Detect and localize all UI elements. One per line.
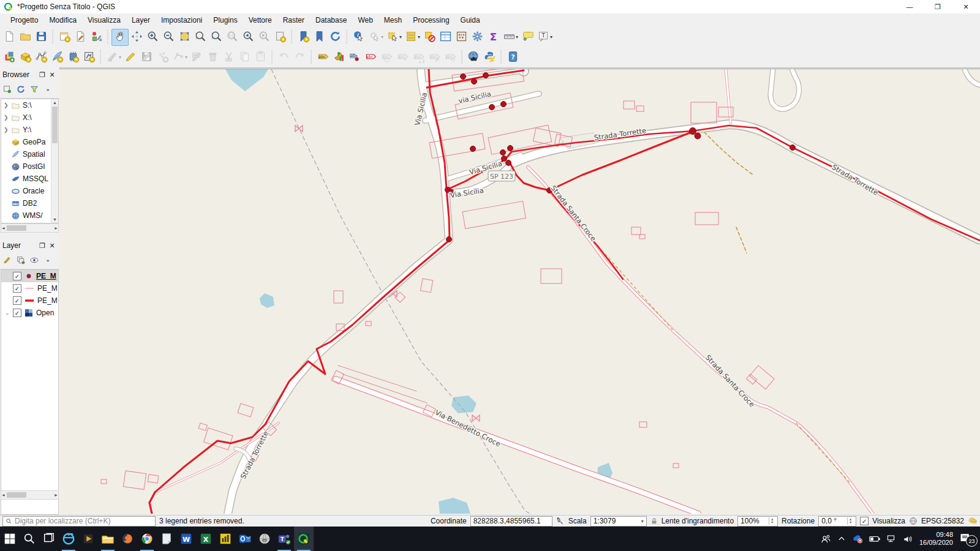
taskbar-task-view-icon[interactable] <box>39 527 59 551</box>
browser-item-s[interactable]: ❯S:\ <box>1 99 58 111</box>
select-by-value-button[interactable] <box>403 29 419 45</box>
scale-combo[interactable]: 1:3079▾ <box>590 516 647 527</box>
tray-chevron-icon[interactable] <box>837 534 846 543</box>
layer-item-1[interactable]: ✓PE_M <box>1 282 58 294</box>
open-project-button[interactable] <box>17 29 33 45</box>
more-icon[interactable]: » <box>43 255 54 266</box>
browser-close-button[interactable]: ✕ <box>47 70 57 80</box>
rotate-label-button[interactable]: abc <box>410 50 426 66</box>
browser-float-button[interactable]: ❐ <box>37 70 47 80</box>
show-bookmarks-button[interactable] <box>311 29 327 45</box>
battery-icon[interactable] <box>869 534 880 543</box>
layer-visibility-checkbox[interactable]: ✓ <box>13 284 21 293</box>
copy-features-button[interactable] <box>236 50 252 66</box>
render-checkbox[interactable]: ✓ <box>860 517 869 525</box>
layer-close-button[interactable]: ✕ <box>47 241 57 250</box>
map-canvas[interactable]: SP 123 Via Sicilia via Sicilia Via Sicil… <box>59 69 980 514</box>
taskbar-start-icon[interactable] <box>0 527 20 551</box>
browser-item-y[interactable]: ❯Y:\ <box>1 124 58 136</box>
browser-item-x[interactable]: ❯X:\ <box>1 111 58 124</box>
refresh-map-button[interactable] <box>327 29 343 45</box>
locator-input[interactable]: Digita per localizzare (Ctrl+K) <box>2 516 156 527</box>
new-virtual-layer-button[interactable] <box>65 50 81 66</box>
crs-globe-icon[interactable] <box>909 517 918 525</box>
filter-browser-icon[interactable] <box>29 84 40 96</box>
delete-selected-button[interactable] <box>205 50 221 66</box>
new-shapefile-button[interactable] <box>33 50 49 66</box>
layer-hscrollbar[interactable]: ◄► <box>1 490 59 500</box>
taskbar-powerbi-icon[interactable] <box>216 527 235 551</box>
taskbar-search-icon[interactable] <box>20 527 39 551</box>
expand-chevron-icon[interactable]: ❯ <box>4 102 9 108</box>
messages-icon[interactable] <box>968 517 978 525</box>
expand-chevron-icon[interactable]: ❯ <box>4 114 9 121</box>
layer-diagram-button[interactable] <box>331 50 347 66</box>
taskbar-notes-icon[interactable] <box>157 527 176 551</box>
taskbar-qgis-icon[interactable] <box>294 527 314 551</box>
pan-to-selection-button[interactable] <box>129 29 145 45</box>
data-source-manager-button[interactable] <box>1 50 17 66</box>
deselect-features-button[interactable] <box>421 29 437 45</box>
help-button[interactable]: ? <box>505 50 521 66</box>
refresh-browser-icon[interactable] <box>16 84 27 96</box>
move-label-button[interactable]: abc <box>394 50 410 66</box>
browser-item-db2[interactable]: DB2DB2 <box>1 197 58 209</box>
pan-map-button[interactable] <box>111 29 129 46</box>
layer-labeling-button[interactable]: abc <box>315 50 331 66</box>
layout-manager-button[interactable] <box>72 29 88 45</box>
edit-label-button[interactable]: abc <box>442 50 458 66</box>
minimize-button[interactable]: — <box>895 0 924 13</box>
expand-chevron-icon[interactable]: ⌄ <box>5 310 10 316</box>
layer-item-3[interactable]: ⌄✓Open <box>1 307 58 319</box>
new-spatialite-button[interactable] <box>49 50 65 66</box>
metasearch-button[interactable] <box>466 50 481 66</box>
layer-float-button[interactable]: ❐ <box>37 241 47 250</box>
menu-processing[interactable]: Processing <box>407 15 454 26</box>
browser-item-geopa[interactable]: GeoPa <box>1 136 58 148</box>
add-layer-icon[interactable] <box>2 84 13 96</box>
network-icon[interactable] <box>886 534 897 544</box>
browser-hscrollbar[interactable]: ◄► <box>1 223 59 233</box>
taskbar-excel-icon[interactable]: X <box>196 527 216 551</box>
people-icon[interactable] <box>821 534 831 544</box>
menu-modifica[interactable]: Modifica <box>43 15 82 26</box>
taskbar-sphere-icon[interactable]: PRO <box>255 527 274 551</box>
zoom-out-button[interactable] <box>160 29 176 45</box>
taskbar-chrome-icon[interactable] <box>137 527 157 551</box>
zoom-in-button[interactable] <box>145 29 160 45</box>
layer-visibility-checkbox[interactable]: ✓ <box>13 272 21 280</box>
taskbar-file-explorer-icon[interactable] <box>98 527 118 551</box>
menu-raster[interactable]: Raster <box>277 15 310 26</box>
modify-attributes-button[interactable] <box>189 50 205 66</box>
browser-item-mssql[interactable]: MSSQL <box>1 173 58 185</box>
rotation-spin[interactable]: 0,0 °▲▼ <box>818 516 856 527</box>
measure-button[interactable] <box>501 29 517 45</box>
zoom-to-selection-button[interactable] <box>192 29 208 45</box>
new-memory-layer-button[interactable] <box>81 50 97 66</box>
browser-item-spatial[interactable]: Spatial <box>1 148 58 160</box>
menu-vettore[interactable]: Vettore <box>243 15 277 26</box>
paste-features-button[interactable] <box>252 50 268 66</box>
pin-labels-button[interactable]: ab <box>347 50 363 66</box>
vertex-tool-button[interactable] <box>170 50 186 66</box>
magnifier-spin[interactable]: 100%▲▼ <box>737 516 778 527</box>
python-console-button[interactable] <box>481 50 497 66</box>
open-attribute-table-button[interactable] <box>437 29 453 45</box>
new-geopackage-button[interactable] <box>17 50 33 66</box>
toggle-label-visibility-button[interactable]: abc <box>379 50 394 66</box>
maximize-button[interactable]: ❐ <box>924 0 952 13</box>
change-label-button[interactable]: abc <box>426 50 442 66</box>
taskbar-word-icon[interactable]: W <box>176 527 196 551</box>
lock-icon[interactable] <box>650 517 658 525</box>
new-bookmark-button[interactable] <box>295 29 311 45</box>
menu-impostazioni[interactable]: Impostazioni <box>156 15 208 26</box>
menu-web[interactable]: Web <box>352 15 378 26</box>
text-annotation-button[interactable]: T <box>535 29 551 45</box>
current-edits-button[interactable] <box>104 50 120 66</box>
processing-toolbox-button[interactable] <box>469 29 485 45</box>
undo-button[interactable] <box>276 50 292 66</box>
onedrive-error-icon[interactable] <box>852 534 863 544</box>
close-button[interactable]: ✕ <box>952 0 980 13</box>
layer-visibility-checkbox[interactable]: ✓ <box>13 296 21 305</box>
taskbar-clock[interactable]: 09:48 16/09/2020 <box>919 531 953 547</box>
